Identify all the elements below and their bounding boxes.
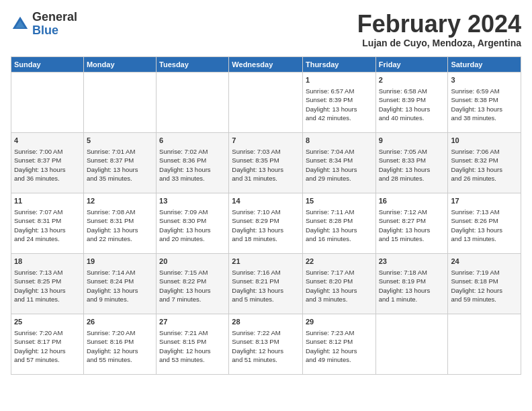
- day-number: 11: [14, 196, 81, 206]
- day-number: 18: [14, 257, 81, 267]
- day-info: Sunrise: 7:06 AM Sunset: 8:32 PM Dayligh…: [451, 147, 518, 183]
- day-info: Sunrise: 7:01 AM Sunset: 8:37 PM Dayligh…: [87, 147, 153, 183]
- calendar-cell: 13Sunrise: 7:09 AM Sunset: 8:30 PM Dayli…: [157, 193, 229, 253]
- calendar-cell: 8Sunrise: 7:04 AM Sunset: 8:34 PM Daylig…: [302, 132, 375, 193]
- col-header-thursday: Thursday: [302, 56, 375, 72]
- calendar-cell: 7Sunrise: 7:03 AM Sunset: 8:35 PM Daylig…: [229, 132, 303, 193]
- calendar-subtitle: Lujan de Cuyo, Mendoza, Argentina: [357, 38, 521, 48]
- day-info: Sunrise: 7:04 AM Sunset: 8:34 PM Dayligh…: [306, 147, 373, 183]
- calendar-cell: 20Sunrise: 7:15 AM Sunset: 8:22 PM Dayli…: [157, 253, 229, 314]
- calendar-cell: [229, 72, 303, 132]
- calendar-cell: [375, 314, 448, 374]
- title-block: February 2024 Lujan de Cuyo, Mendoza, Ar…: [357, 11, 521, 48]
- day-info: Sunrise: 7:21 AM Sunset: 8:15 PM Dayligh…: [159, 328, 226, 364]
- day-number: 17: [451, 196, 518, 206]
- day-info: Sunrise: 7:23 AM Sunset: 8:12 PM Dayligh…: [306, 328, 373, 364]
- page-header: General Blue February 2024 Lujan de Cuyo…: [11, 11, 521, 48]
- calendar-cell: [11, 72, 84, 132]
- day-info: Sunrise: 7:03 AM Sunset: 8:35 PM Dayligh…: [232, 147, 300, 183]
- calendar-title: February 2024: [357, 11, 521, 38]
- day-info: Sunrise: 7:22 AM Sunset: 8:13 PM Dayligh…: [232, 328, 300, 364]
- calendar-cell: 25Sunrise: 7:20 AM Sunset: 8:17 PM Dayli…: [11, 314, 84, 374]
- calendar-cell: 15Sunrise: 7:11 AM Sunset: 8:28 PM Dayli…: [302, 193, 375, 253]
- day-number: 3: [451, 75, 518, 85]
- day-info: Sunrise: 7:13 AM Sunset: 8:26 PM Dayligh…: [451, 208, 518, 243]
- day-number: 5: [87, 136, 153, 146]
- calendar-cell: 2Sunrise: 6:58 AM Sunset: 8:39 PM Daylig…: [375, 72, 448, 132]
- day-info: Sunrise: 7:20 AM Sunset: 8:17 PM Dayligh…: [14, 328, 81, 364]
- col-header-friday: Friday: [375, 56, 448, 72]
- day-number: 4: [14, 136, 81, 146]
- day-info: Sunrise: 7:14 AM Sunset: 8:24 PM Dayligh…: [87, 268, 153, 304]
- calendar-cell: 1Sunrise: 6:57 AM Sunset: 8:39 PM Daylig…: [302, 72, 375, 132]
- day-number: 24: [451, 257, 518, 267]
- calendar-cell: 9Sunrise: 7:05 AM Sunset: 8:33 PM Daylig…: [375, 132, 448, 193]
- calendar-cell: 17Sunrise: 7:13 AM Sunset: 8:26 PM Dayli…: [448, 193, 521, 253]
- calendar-cell: 29Sunrise: 7:23 AM Sunset: 8:12 PM Dayli…: [302, 314, 375, 374]
- day-number: 15: [306, 196, 373, 206]
- day-number: 8: [306, 136, 373, 146]
- day-number: 6: [159, 136, 226, 146]
- logo-blue-text: Blue: [32, 24, 58, 37]
- day-number: 28: [232, 317, 300, 327]
- day-info: Sunrise: 7:15 AM Sunset: 8:22 PM Dayligh…: [159, 268, 226, 304]
- day-number: 10: [451, 136, 518, 146]
- day-number: 19: [87, 257, 153, 267]
- day-info: Sunrise: 6:59 AM Sunset: 8:38 PM Dayligh…: [451, 87, 518, 122]
- day-number: 1: [306, 75, 373, 85]
- day-number: 14: [232, 196, 300, 206]
- day-number: 13: [159, 196, 226, 206]
- day-info: Sunrise: 7:13 AM Sunset: 8:25 PM Dayligh…: [14, 268, 81, 304]
- day-info: Sunrise: 7:12 AM Sunset: 8:27 PM Dayligh…: [379, 208, 445, 243]
- calendar-cell: 12Sunrise: 7:08 AM Sunset: 8:31 PM Dayli…: [83, 193, 156, 253]
- day-number: 2: [379, 75, 445, 85]
- calendar-cell: 24Sunrise: 7:19 AM Sunset: 8:18 PM Dayli…: [448, 253, 521, 314]
- calendar-cell: 5Sunrise: 7:01 AM Sunset: 8:37 PM Daylig…: [83, 132, 156, 193]
- col-header-tuesday: Tuesday: [157, 56, 229, 72]
- calendar-cell: 21Sunrise: 7:16 AM Sunset: 8:21 PM Dayli…: [229, 253, 303, 314]
- calendar-cell: 4Sunrise: 7:00 AM Sunset: 8:37 PM Daylig…: [11, 132, 84, 193]
- calendar-cell: [448, 314, 521, 374]
- calendar-cell: 28Sunrise: 7:22 AM Sunset: 8:13 PM Dayli…: [229, 314, 303, 374]
- calendar-cell: 10Sunrise: 7:06 AM Sunset: 8:32 PM Dayli…: [448, 132, 521, 193]
- calendar-cell: [157, 72, 229, 132]
- logo: General Blue: [11, 11, 77, 38]
- day-number: 25: [14, 317, 81, 327]
- day-info: Sunrise: 7:17 AM Sunset: 8:20 PM Dayligh…: [306, 268, 373, 304]
- day-number: 9: [379, 136, 445, 146]
- day-number: 7: [232, 136, 300, 146]
- calendar-cell: 6Sunrise: 7:02 AM Sunset: 8:36 PM Daylig…: [157, 132, 229, 193]
- day-info: Sunrise: 7:08 AM Sunset: 8:31 PM Dayligh…: [87, 208, 153, 243]
- day-info: Sunrise: 7:16 AM Sunset: 8:21 PM Dayligh…: [232, 268, 300, 304]
- calendar-cell: 3Sunrise: 6:59 AM Sunset: 8:38 PM Daylig…: [448, 72, 521, 132]
- day-number: 21: [232, 257, 300, 267]
- calendar-cell: 18Sunrise: 7:13 AM Sunset: 8:25 PM Dayli…: [11, 253, 84, 314]
- calendar-cell: 19Sunrise: 7:14 AM Sunset: 8:24 PM Dayli…: [83, 253, 156, 314]
- calendar-table: SundayMondayTuesdayWednesdayThursdayFrid…: [11, 56, 521, 375]
- day-number: 27: [159, 317, 226, 327]
- calendar-cell: 27Sunrise: 7:21 AM Sunset: 8:15 PM Dayli…: [157, 314, 229, 374]
- calendar-cell: 23Sunrise: 7:18 AM Sunset: 8:19 PM Dayli…: [375, 253, 448, 314]
- day-number: 22: [306, 257, 373, 267]
- col-header-monday: Monday: [83, 56, 156, 72]
- calendar-cell: 26Sunrise: 7:20 AM Sunset: 8:16 PM Dayli…: [83, 314, 156, 374]
- calendar-cell: 16Sunrise: 7:12 AM Sunset: 8:27 PM Dayli…: [375, 193, 448, 253]
- day-info: Sunrise: 7:00 AM Sunset: 8:37 PM Dayligh…: [14, 147, 81, 183]
- day-info: Sunrise: 7:18 AM Sunset: 8:19 PM Dayligh…: [379, 268, 445, 304]
- day-info: Sunrise: 6:57 AM Sunset: 8:39 PM Dayligh…: [306, 87, 373, 122]
- col-header-sunday: Sunday: [11, 56, 84, 72]
- day-number: 12: [87, 196, 153, 206]
- day-info: Sunrise: 7:07 AM Sunset: 8:31 PM Dayligh…: [14, 208, 81, 243]
- day-info: Sunrise: 7:05 AM Sunset: 8:33 PM Dayligh…: [379, 147, 445, 183]
- calendar-cell: 22Sunrise: 7:17 AM Sunset: 8:20 PM Dayli…: [302, 253, 375, 314]
- day-number: 20: [159, 257, 226, 267]
- calendar-cell: 14Sunrise: 7:10 AM Sunset: 8:29 PM Dayli…: [229, 193, 303, 253]
- logo-icon: [11, 15, 30, 34]
- day-number: 29: [306, 317, 373, 327]
- day-info: Sunrise: 7:20 AM Sunset: 8:16 PM Dayligh…: [87, 328, 153, 364]
- day-info: Sunrise: 7:09 AM Sunset: 8:30 PM Dayligh…: [159, 208, 226, 243]
- calendar-cell: 11Sunrise: 7:07 AM Sunset: 8:31 PM Dayli…: [11, 193, 84, 253]
- calendar-cell: [83, 72, 156, 132]
- day-info: Sunrise: 7:02 AM Sunset: 8:36 PM Dayligh…: [159, 147, 226, 183]
- col-header-wednesday: Wednesday: [229, 56, 303, 72]
